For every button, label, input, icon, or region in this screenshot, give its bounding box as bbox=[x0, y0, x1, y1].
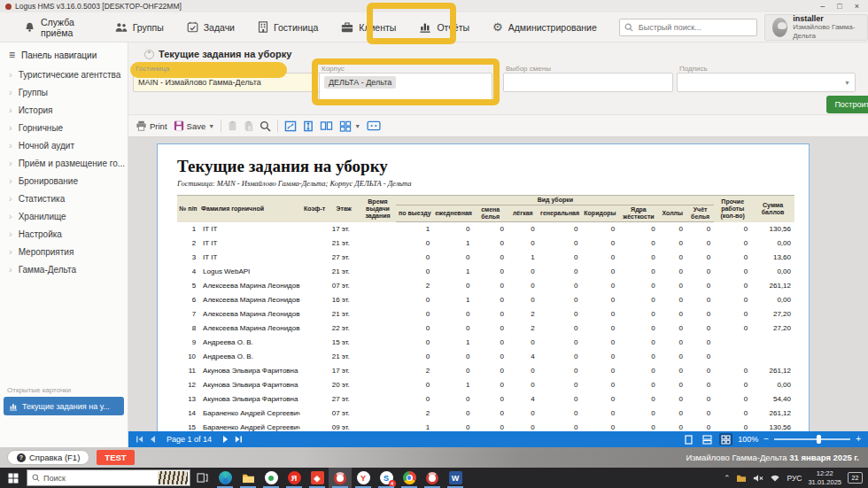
sidebar-item-events[interactable]: ›Мероприятия bbox=[0, 243, 128, 260]
page-layout-button[interactable]: ▼ bbox=[339, 120, 360, 132]
tab-tasks[interactable]: Задачи bbox=[175, 12, 246, 43]
table-cell: 0 bbox=[539, 293, 582, 307]
sidebar-item-travel-agencies[interactable]: ›Туристические агентства bbox=[0, 66, 128, 83]
yandex-icon[interactable]: Я bbox=[283, 468, 306, 488]
paste-button[interactable] bbox=[244, 120, 253, 131]
table-cell: 13 bbox=[177, 392, 199, 407]
open-card-current-cleaning[interactable]: Текущие задания на у... bbox=[4, 397, 124, 415]
pager-bar: Page 1 of 14 100% − + bbox=[128, 431, 868, 447]
tray-folder-icon[interactable] bbox=[736, 474, 747, 483]
sidebar-item-settings[interactable]: ›Настройка bbox=[0, 225, 128, 243]
table-cell: 13,60 bbox=[751, 251, 794, 265]
sidebar-item-statistics[interactable]: ›Статистика bbox=[0, 190, 128, 207]
quick-search-input[interactable] bbox=[637, 22, 752, 33]
sidebar-item-checkin[interactable]: ›Приём и размещение го... bbox=[0, 154, 128, 172]
yandex-browser-icon[interactable]: Y bbox=[352, 468, 375, 488]
red-diamond-app-icon[interactable]: ◈ bbox=[306, 468, 329, 488]
building-select[interactable]: ДЕЛЬТА - Дельта bbox=[319, 73, 492, 105]
building-chip[interactable]: ДЕЛЬТА - Дельта bbox=[324, 76, 396, 89]
table-cell: 0 bbox=[686, 392, 714, 407]
table-cell bbox=[360, 378, 397, 392]
zoom-tool-button[interactable] bbox=[260, 120, 271, 132]
last-page-button[interactable] bbox=[235, 435, 243, 444]
minimize-button[interactable]: – bbox=[820, 2, 825, 11]
sidebar-item-housekeepers[interactable]: ›Горничные bbox=[0, 119, 128, 136]
multi-page-button[interactable] bbox=[320, 120, 333, 132]
next-page-button[interactable] bbox=[222, 435, 229, 444]
logus-hms-second-icon[interactable] bbox=[421, 468, 444, 488]
user-menu[interactable]: installer Измайлово Гамма-Дельта bbox=[764, 14, 868, 41]
zebra-image[interactable] bbox=[158, 471, 188, 484]
table-cell: 0 bbox=[539, 364, 582, 378]
tab-reports[interactable]: Отчёты bbox=[407, 12, 481, 43]
hotel-select[interactable]: MAIN - Измайлово Гамма-Дельта▼ bbox=[133, 73, 323, 92]
tab-hotel[interactable]: Гостиница bbox=[246, 12, 329, 43]
table-cell: Алексеева Марина Леонидов bbox=[199, 321, 300, 336]
table-cell: 0 bbox=[686, 265, 714, 279]
table-cell: 2 bbox=[177, 236, 199, 251]
help-button[interactable]: ? Справка (F1) bbox=[7, 450, 89, 465]
prev-page-button[interactable] bbox=[149, 435, 156, 444]
sidebar-header[interactable]: ≡ Панель навигации bbox=[0, 43, 128, 66]
table-cell bbox=[360, 321, 397, 336]
first-page-button[interactable] bbox=[136, 435, 143, 444]
shift-select[interactable] bbox=[503, 73, 673, 92]
build-report-button[interactable]: Построить отчёт bbox=[826, 96, 868, 113]
tab-administration[interactable]: ⚙ Администрирование bbox=[481, 12, 608, 43]
network-icon[interactable] bbox=[770, 474, 780, 483]
table-cell: 0 bbox=[581, 307, 618, 321]
zoom-in-button[interactable]: + bbox=[856, 435, 861, 444]
start-button[interactable] bbox=[0, 468, 27, 488]
table-cell: 0 bbox=[659, 392, 686, 407]
fit-height-button[interactable] bbox=[303, 120, 314, 132]
maximize-button[interactable]: □ bbox=[837, 2, 841, 11]
task-view-button[interactable] bbox=[190, 468, 213, 488]
sidebar-item-history[interactable]: ›История bbox=[0, 101, 128, 119]
grid-view-button[interactable] bbox=[719, 433, 732, 445]
chrome-icon[interactable] bbox=[398, 468, 421, 488]
sidebar-item-storage[interactable]: ›Хранилище bbox=[0, 207, 128, 225]
two-page-view-button[interactable] bbox=[701, 433, 714, 445]
table-cell: Logus WebAPI bbox=[199, 265, 300, 279]
taskbar-clock[interactable]: 12:22 31.01.2025 bbox=[808, 469, 841, 486]
close-button[interactable]: × bbox=[855, 2, 859, 11]
table-cell: Бараненко Андрей Сергеевич bbox=[199, 407, 300, 421]
tab-clients[interactable]: Клиенты bbox=[329, 12, 407, 43]
fit-page-button[interactable] bbox=[284, 120, 297, 132]
sidebar-item-groups[interactable]: ›Группы bbox=[0, 83, 128, 101]
notification-center-button[interactable]: 22 bbox=[848, 472, 863, 484]
chevron-right-icon: › bbox=[9, 247, 12, 257]
sidebar-item-night-audit[interactable]: ›Ночной аудит bbox=[0, 136, 128, 154]
signature-select[interactable]: ▼ bbox=[677, 73, 856, 92]
save-button[interactable]: Save▼ bbox=[174, 120, 215, 131]
taskbar-search[interactable]: Поиск bbox=[27, 469, 190, 486]
quick-search[interactable] bbox=[619, 19, 757, 36]
sidebar-item-gamma-delta[interactable]: ›Гамма-Дельта bbox=[0, 260, 128, 278]
collapse-icon[interactable]: ⌃ bbox=[144, 50, 154, 59]
print-button[interactable]: Print bbox=[136, 120, 167, 131]
table-cell: 0 bbox=[539, 236, 582, 251]
single-page-view-button[interactable] bbox=[682, 433, 695, 445]
tray-expand-icon[interactable]: ⌃ bbox=[724, 474, 731, 483]
skype-icon[interactable]: S4 bbox=[375, 468, 398, 488]
table-cell: 0,00 bbox=[751, 378, 794, 392]
meet-icon[interactable] bbox=[260, 468, 283, 488]
zoom-slider-thumb[interactable] bbox=[817, 435, 821, 444]
language-indicator[interactable]: РУС bbox=[787, 474, 802, 483]
zoom-slider[interactable] bbox=[774, 438, 850, 440]
copy-button[interactable] bbox=[228, 120, 237, 131]
speaker-muted-icon[interactable] bbox=[753, 474, 763, 483]
tab-front-office[interactable]: Служба приёма bbox=[12, 12, 104, 43]
edge-icon[interactable] bbox=[213, 468, 236, 488]
word-icon[interactable]: W bbox=[444, 468, 467, 488]
tab-label: Администрирование bbox=[508, 22, 597, 33]
sidebar-item-booking[interactable]: ›Бронирование bbox=[0, 172, 128, 190]
logus-hms-taskbar-icon[interactable] bbox=[329, 468, 352, 488]
table-cell: 0 bbox=[539, 222, 582, 236]
file-explorer-icon[interactable] bbox=[236, 468, 260, 488]
table-cell: 0 bbox=[714, 265, 751, 279]
zoom-out-button[interactable]: − bbox=[763, 435, 769, 444]
watermark-button[interactable] bbox=[367, 120, 381, 131]
table-cell: 0 bbox=[433, 251, 473, 265]
tab-groups[interactable]: Группы bbox=[104, 12, 175, 43]
